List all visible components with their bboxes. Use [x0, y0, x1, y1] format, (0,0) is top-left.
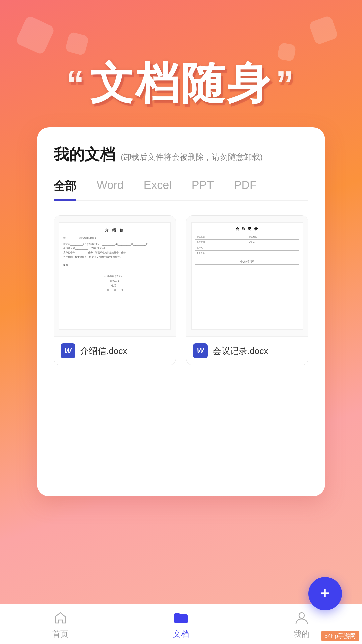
tab-excel[interactable]: Excel	[144, 178, 172, 200]
nav-item-home[interactable]: 首页	[0, 609, 121, 639]
file-preview-2: 会 议 记 录 会议主题 会议地点 会议时间 记录 A	[186, 216, 308, 336]
hero-title-text: 文档随身	[90, 54, 272, 113]
plus-icon: +	[320, 584, 330, 602]
watermark: 54hp手游网	[321, 631, 359, 641]
add-file-button[interactable]: +	[308, 577, 342, 610]
tab-word[interactable]: Word	[97, 178, 124, 200]
tabs-bar: 全部 Word Excel PPT PDF	[54, 178, 308, 201]
meeting-content: 会 议 记 录 会议主题 会议地点 会议时间 记录 A	[191, 222, 303, 330]
file-grid: 介 绍 信 致__________公司/集团/单位： 兹证明__________…	[54, 215, 308, 365]
meeting-content-area: 会议内容记录	[195, 259, 299, 319]
file-card-2[interactable]: 会 议 记 录 会议主题 会议地点 会议时间 记录 A	[186, 215, 308, 365]
home-icon	[52, 609, 69, 627]
meeting-table: 会议主题 会议地点 会议时间 记录 A 主持人	[195, 234, 299, 256]
tab-pdf[interactable]: PDF	[234, 178, 257, 200]
nav-label-mine: 我的	[294, 629, 310, 639]
file-info-1: W 介绍信.docx	[54, 336, 176, 365]
card-title-row: 我的文档 (卸载后文件将会被删除，请勿随意卸载)	[54, 144, 308, 165]
deco-square-2	[65, 31, 89, 56]
main-card: 我的文档 (卸载后文件将会被删除，请勿随意卸载) 全部 Word Excel P…	[37, 127, 325, 496]
file-icon-1: W	[61, 343, 75, 358]
nav-label-docs: 文档	[173, 629, 189, 639]
file-name-1: 介绍信.docx	[80, 345, 127, 357]
person-icon	[293, 609, 310, 627]
card-title-sub: (卸载后文件将会被删除，请勿随意卸载)	[121, 152, 263, 162]
quote-close: ”	[276, 63, 296, 105]
svg-point-0	[299, 613, 304, 618]
file-preview-1: 介 绍 信 致__________公司/集团/单位： 兹证明__________…	[54, 216, 176, 336]
tab-ppt[interactable]: PPT	[192, 178, 214, 200]
nav-item-docs[interactable]: 文档	[121, 609, 241, 639]
folder-icon	[172, 609, 190, 627]
nav-label-home: 首页	[52, 629, 68, 639]
hero-title: “ 文档随身 ”	[66, 54, 296, 113]
card-title-main: 我的文档	[54, 144, 115, 165]
tab-all[interactable]: 全部	[54, 178, 76, 200]
file-icon-2: W	[193, 343, 208, 358]
deco-square-1	[15, 15, 55, 55]
deco-square-3	[308, 15, 339, 45]
doc-content-1: 介 绍 信 致__________公司/集团/单位： 兹证明__________…	[59, 222, 171, 330]
file-name-2: 会议记录.docx	[213, 345, 268, 357]
quote-open: “	[66, 63, 86, 105]
bottom-nav: 首页 文档 我的	[0, 604, 362, 644]
file-info-2: W 会议记录.docx	[186, 336, 308, 365]
file-card-1[interactable]: 介 绍 信 致__________公司/集团/单位： 兹证明__________…	[54, 215, 176, 365]
